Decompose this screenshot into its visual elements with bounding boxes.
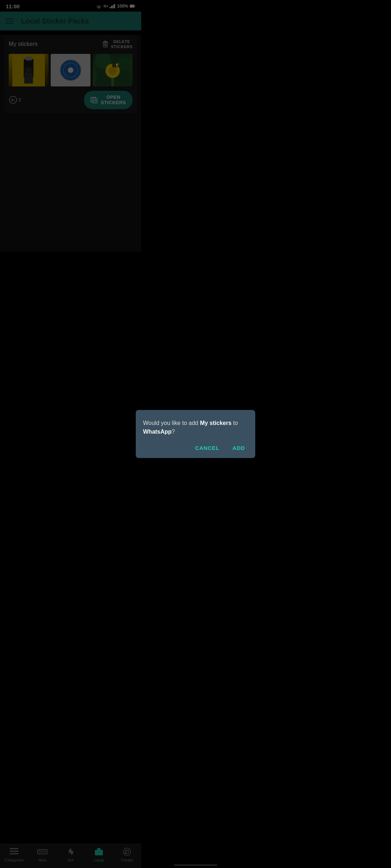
dialog-overlay[interactable]: [0, 0, 141, 313]
